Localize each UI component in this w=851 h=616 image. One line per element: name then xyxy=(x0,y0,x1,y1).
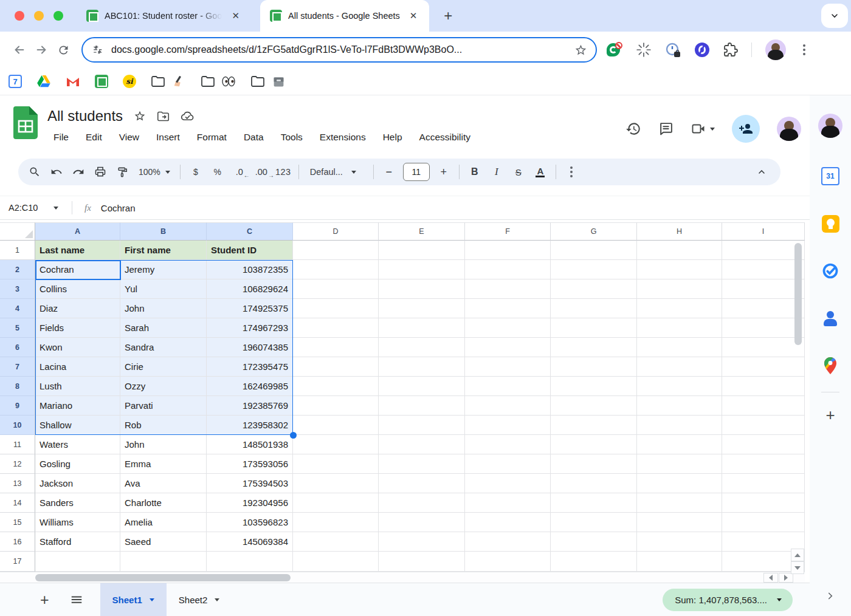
cell-I5[interactable] xyxy=(722,318,805,338)
column-header-E[interactable]: E xyxy=(379,222,465,241)
bookmark-calendar-icon[interactable]: 7 xyxy=(9,75,22,88)
cell-A11[interactable]: Waters xyxy=(35,435,120,454)
cell-G13[interactable] xyxy=(551,474,637,493)
cell-B15[interactable]: Amelia xyxy=(120,513,207,532)
undo-icon[interactable] xyxy=(46,162,67,182)
bookmark-folder-icon[interactable] xyxy=(201,74,215,89)
row-header-10[interactable]: 10 xyxy=(0,416,35,435)
number-format-button[interactable]: 123 xyxy=(273,162,294,182)
back-icon[interactable] xyxy=(9,39,30,61)
cell-G11[interactable] xyxy=(551,435,637,454)
cell-A10[interactable]: Shallow xyxy=(35,416,120,435)
cell-A3[interactable]: Collins xyxy=(35,279,120,299)
cell-D7[interactable] xyxy=(293,357,379,377)
cell-F9[interactable] xyxy=(465,396,551,416)
scroll-down-button[interactable] xyxy=(791,561,804,574)
column-header-I[interactable]: I xyxy=(722,222,805,241)
cell-F14[interactable] xyxy=(465,493,551,513)
cell-H12[interactable] xyxy=(637,454,722,474)
cell-F4[interactable] xyxy=(465,299,551,318)
cell-I8[interactable] xyxy=(722,377,805,396)
browser-profile-avatar[interactable] xyxy=(765,39,786,60)
cell-H7[interactable] xyxy=(637,357,722,377)
cell-H10[interactable] xyxy=(637,416,722,435)
cell-B10[interactable]: Rob xyxy=(120,416,207,435)
cell-B7[interactable]: Cirie xyxy=(120,357,207,377)
cell-E15[interactable] xyxy=(379,513,465,532)
bookmark-si-icon[interactable]: si xyxy=(123,75,136,88)
cell-F12[interactable] xyxy=(465,454,551,474)
cell-F17[interactable] xyxy=(465,552,551,572)
menu-data[interactable]: Data xyxy=(238,129,270,145)
row-header-9[interactable]: 9 xyxy=(0,396,35,416)
menu-tools[interactable]: Tools xyxy=(275,129,309,145)
extensions-puzzle-icon[interactable] xyxy=(723,43,738,57)
cell-E4[interactable] xyxy=(379,299,465,318)
cell-B8[interactable]: Ozzy xyxy=(120,377,207,396)
cell-H13[interactable] xyxy=(637,474,722,493)
cell-E17[interactable] xyxy=(379,552,465,572)
bookmark-eyes-icon[interactable] xyxy=(221,74,236,89)
font-family-dropdown[interactable]: Defaul... xyxy=(304,167,368,177)
cell-D2[interactable] xyxy=(293,260,379,279)
bookmark-folder-icon[interactable] xyxy=(250,74,265,89)
cell-D1[interactable] xyxy=(293,241,379,260)
cell-E13[interactable] xyxy=(379,474,465,493)
paint-format-icon[interactable] xyxy=(112,162,133,182)
cell-B17[interactable] xyxy=(120,552,207,572)
column-header-C[interactable]: C xyxy=(207,222,293,241)
cell-G17[interactable] xyxy=(551,552,637,572)
cell-D9[interactable] xyxy=(293,396,379,416)
cell-D4[interactable] xyxy=(293,299,379,318)
row-header-6[interactable]: 6 xyxy=(0,338,35,357)
name-box[interactable]: A2:C10 xyxy=(0,203,66,213)
cell-C4[interactable]: 174925375 xyxy=(207,299,293,318)
column-header-D[interactable]: D xyxy=(293,222,379,241)
redo-icon[interactable] xyxy=(68,162,89,182)
account-avatar[interactable] xyxy=(777,117,801,141)
url-bar[interactable]: docs.google.com/spreadsheets/d/1zFG5atdG… xyxy=(81,37,597,63)
increase-font-size-button[interactable]: + xyxy=(433,162,454,182)
cell-I1[interactable] xyxy=(722,241,805,260)
bookmark-folder-icon[interactable] xyxy=(151,74,165,89)
google-maps-icon[interactable] xyxy=(821,357,839,375)
meet-join-control[interactable] xyxy=(691,121,715,136)
bookmark-drive-icon[interactable] xyxy=(36,74,51,89)
cell-I10[interactable] xyxy=(722,416,805,435)
cell-H6[interactable] xyxy=(637,338,722,357)
move-folder-icon[interactable] xyxy=(157,110,170,123)
row-header-17[interactable]: 17 xyxy=(0,552,35,572)
cell-A2[interactable]: Cochran xyxy=(35,260,120,279)
zoom-control[interactable]: 100% xyxy=(134,167,175,177)
cell-C17[interactable] xyxy=(207,552,293,572)
cell-D17[interactable] xyxy=(293,552,379,572)
cell-G2[interactable] xyxy=(551,260,637,279)
row-header-8[interactable]: 8 xyxy=(0,377,35,396)
cell-I14[interactable] xyxy=(722,493,805,513)
menu-file[interactable]: File xyxy=(47,129,75,145)
cell-C3[interactable]: 106829624 xyxy=(207,279,293,299)
cell-C9[interactable]: 192385769 xyxy=(207,396,293,416)
decrease-font-size-button[interactable]: − xyxy=(379,162,399,182)
column-header-A[interactable]: A xyxy=(35,222,120,241)
cell-E5[interactable] xyxy=(379,318,465,338)
document-title[interactable]: All students xyxy=(47,108,123,125)
rail-account-avatar[interactable] xyxy=(818,114,842,138)
cell-I6[interactable] xyxy=(722,338,805,357)
tab-search-chevron-icon[interactable] xyxy=(821,4,848,28)
close-tab-icon[interactable]: ✕ xyxy=(406,9,421,22)
horizontal-scrollbar[interactable] xyxy=(35,574,291,581)
italic-button[interactable]: I xyxy=(486,162,507,182)
menu-accessibility[interactable]: Accessibility xyxy=(413,129,477,145)
cell-B3[interactable]: Yul xyxy=(120,279,207,299)
cell-F5[interactable] xyxy=(465,318,551,338)
cell-H16[interactable] xyxy=(637,532,722,552)
cell-C13[interactable]: 175394503 xyxy=(207,474,293,493)
cell-E2[interactable] xyxy=(379,260,465,279)
spinner-extension-icon[interactable] xyxy=(636,42,652,58)
strikethrough-button[interactable]: S xyxy=(508,162,529,182)
cell-G7[interactable] xyxy=(551,357,637,377)
cell-A14[interactable]: Sanders xyxy=(35,493,120,513)
cell-G5[interactable] xyxy=(551,318,637,338)
cell-E9[interactable] xyxy=(379,396,465,416)
